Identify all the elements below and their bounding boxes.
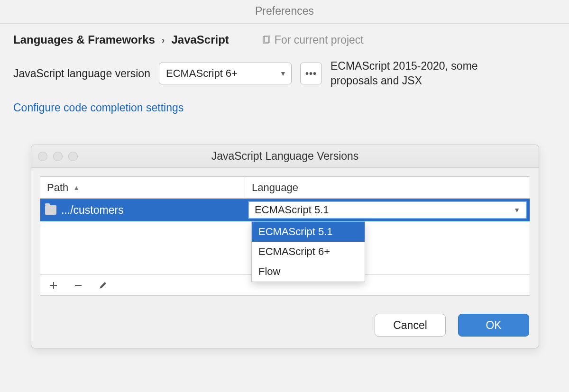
language-version-more-button[interactable]: ••• xyxy=(300,63,322,84)
language-dropdown: ECMAScript 5.1 ECMAScript 6+ Flow xyxy=(251,221,365,282)
column-header-path[interactable]: Path ▲ xyxy=(40,177,245,198)
cell-language: ECMAScript 5.1 ▼ xyxy=(245,201,530,219)
breadcrumb-item-languages[interactable]: Languages & Frameworks xyxy=(13,33,155,46)
dialog-titlebar[interactable]: JavaScript Language Versions xyxy=(31,145,539,168)
row-language-selected: ECMAScript 5.1 xyxy=(255,204,329,216)
cancel-button[interactable]: Cancel xyxy=(375,314,446,337)
column-header-path-label: Path xyxy=(47,182,68,194)
plus-icon xyxy=(49,281,58,290)
remove-row-button[interactable] xyxy=(73,280,84,291)
folder-icon xyxy=(45,205,56,215)
chevron-down-icon: ▼ xyxy=(280,70,286,77)
window-controls xyxy=(38,152,78,161)
configure-code-completion-link[interactable]: Configure code completion settings xyxy=(13,101,184,114)
language-version-hint: ECMAScript 2015-2020, some proposals and… xyxy=(330,59,501,88)
scope-label: For current project xyxy=(275,34,364,46)
chevron-right-icon: › xyxy=(162,35,165,46)
language-versions-dialog: JavaScript Language Versions Path ▲ Lang… xyxy=(31,145,539,348)
cell-path: .../customers xyxy=(40,204,245,217)
dropdown-option[interactable]: ECMAScript 6+ xyxy=(252,242,365,262)
table-row[interactable]: .../customers ECMAScript 5.1 ▼ xyxy=(40,199,530,221)
dialog-footer: Cancel OK xyxy=(31,304,539,348)
row-language-select[interactable]: ECMAScript 5.1 ▼ xyxy=(248,201,527,219)
language-version-row: JavaScript language version ECMAScript 6… xyxy=(13,59,556,88)
table-body: .../customers ECMAScript 5.1 ▼ ECMAScrip… xyxy=(40,199,530,274)
cell-path-text: .../customers xyxy=(61,204,124,217)
ok-button[interactable]: OK xyxy=(458,314,529,337)
project-scope-icon xyxy=(262,36,271,44)
sort-asc-icon: ▲ xyxy=(73,184,80,191)
dropdown-option[interactable]: ECMAScript 5.1 xyxy=(252,222,365,242)
dialog-title: JavaScript Language Versions xyxy=(31,150,539,163)
close-window-icon[interactable] xyxy=(38,152,47,161)
add-row-button[interactable] xyxy=(48,280,59,291)
chevron-down-icon: ▼ xyxy=(514,206,520,214)
language-version-select[interactable]: ECMAScript 6+ ▼ xyxy=(159,63,292,84)
breadcrumb-item-javascript[interactable]: JavaScript xyxy=(171,33,229,46)
zoom-window-icon[interactable] xyxy=(68,152,78,161)
window-title: Preferences xyxy=(0,0,569,24)
minus-icon xyxy=(74,281,83,290)
pencil-icon xyxy=(98,281,108,290)
ellipsis-icon: ••• xyxy=(305,68,317,79)
edit-row-button[interactable] xyxy=(97,280,109,291)
dialog-body: Path ▲ Language .../customers ECMAScript… xyxy=(31,168,539,304)
column-header-language[interactable]: Language xyxy=(245,177,530,198)
breadcrumb: Languages & Frameworks › JavaScript For … xyxy=(13,33,556,46)
language-version-selected: ECMAScript 6+ xyxy=(166,67,238,80)
preferences-content: Languages & Frameworks › JavaScript For … xyxy=(0,24,569,124)
column-header-language-label: Language xyxy=(252,182,298,194)
minimize-window-icon[interactable] xyxy=(53,152,63,161)
language-version-label: JavaScript language version xyxy=(13,67,150,80)
dropdown-option[interactable]: Flow xyxy=(252,262,365,282)
scope-badge: For current project xyxy=(262,34,364,46)
language-versions-table: Path ▲ Language .../customers ECMAScript… xyxy=(40,176,530,296)
table-header: Path ▲ Language xyxy=(40,177,530,199)
